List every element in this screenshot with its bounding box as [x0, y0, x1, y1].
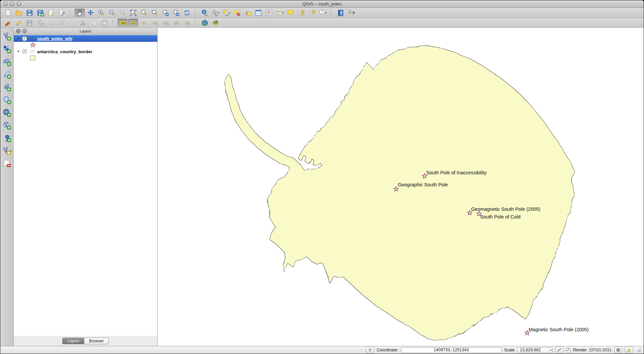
zoom-last-button[interactable]	[160, 9, 170, 17]
show-hide-labels-button: ab	[139, 19, 149, 27]
map-canvas[interactable]: South Pole of InaccessibilityGeographic …	[158, 28, 644, 346]
globe-plugin-button[interactable]	[200, 19, 210, 27]
stop-render-button[interactable]	[555, 347, 563, 353]
svg-text:T: T	[321, 10, 323, 13]
toolbar-separator	[195, 20, 197, 26]
remove-layer-button[interactable]	[2, 158, 12, 168]
composer-manager-button[interactable]	[57, 9, 67, 17]
node-tool-button	[57, 19, 67, 27]
add-wcs-layer-button[interactable]	[2, 107, 12, 117]
text-annotation-button[interactable]: T▾	[317, 9, 328, 17]
add-raster-layer-button[interactable]	[2, 44, 12, 54]
new-bookmark-button[interactable]	[296, 9, 306, 17]
svg-text:i: i	[203, 10, 204, 14]
main-area: ▾ × Layers ▼✓south_poles_wfs▼✓antarctica…	[0, 28, 644, 346]
select-features-button[interactable]: ▾	[221, 9, 231, 17]
layer-labeling-options-button[interactable]: abc	[117, 19, 127, 27]
render-label: Render	[573, 348, 587, 352]
current-edits-button[interactable]	[3, 19, 13, 27]
layer-name[interactable]: south_poles_wfs	[37, 36, 72, 41]
manage-layers-toolbar: ▾	[0, 28, 14, 346]
pin-unpin-labels-button[interactable]: ab	[128, 19, 138, 27]
whats-this-button[interactable]: ?	[346, 9, 356, 17]
tab-layers[interactable]: Layers	[62, 338, 84, 344]
zoom-out-button[interactable]	[107, 9, 117, 17]
refresh-map-button[interactable]	[182, 9, 192, 17]
coordinate-capture-button[interactable]	[366, 347, 374, 353]
qgis-layers-icon	[212, 19, 219, 27]
zoom-full-icon	[129, 9, 137, 17]
coordinate-input[interactable]	[401, 347, 501, 353]
pencil-icon	[15, 19, 23, 27]
panel-title: Layers	[80, 29, 91, 33]
identify-features-button[interactable]: i	[200, 9, 210, 17]
warning-icon	[627, 348, 631, 352]
bubble-icon	[287, 9, 294, 17]
open-attribute-table-button[interactable]	[253, 9, 263, 17]
tab-browser[interactable]: Browser	[84, 338, 109, 344]
new-project-button[interactable]	[3, 9, 13, 17]
dropdown-arrow-icon: ▾	[218, 11, 219, 14]
help-contents-button[interactable]: ?	[336, 9, 346, 17]
add-mssql-layer-button[interactable]	[2, 82, 12, 92]
layer-name[interactable]: antarctica_country_border	[37, 49, 92, 54]
pole-label: Magnetic South Pole (2005)	[529, 327, 589, 332]
close-window-button[interactable]	[3, 2, 8, 6]
zoom-to-layer-button[interactable]	[150, 9, 160, 17]
save-project-button[interactable]	[24, 9, 34, 17]
zoom-in-button[interactable]	[96, 9, 106, 17]
pan-to-selection-button[interactable]	[85, 9, 95, 17]
toggle-editing-button[interactable]	[14, 19, 24, 27]
new-shapefile-layer-button[interactable]: ▾	[2, 146, 12, 156]
pole-star-center	[527, 332, 528, 334]
expand-collapse-icon[interactable]: ▼	[17, 37, 20, 40]
new-print-composer-button[interactable]	[46, 9, 56, 17]
layer-row-south_poles_wfs[interactable]: ▼✓south_poles_wfs	[14, 35, 157, 42]
resize-grip[interactable]	[636, 348, 641, 352]
messages-button[interactable]	[625, 347, 633, 353]
field-calculator-button[interactable]	[264, 9, 274, 17]
main-toolbar: 1:1i▾▾ε▾T▾??	[0, 8, 644, 18]
map-tips-button[interactable]	[285, 9, 295, 17]
delete-sel-icon	[69, 19, 76, 27]
zoom-next-button[interactable]	[171, 9, 181, 17]
minimize-window-button[interactable]	[10, 2, 14, 6]
table-icon	[255, 9, 262, 17]
vector-new-icon	[2, 146, 11, 155]
wcs-plus-icon	[2, 108, 11, 117]
layer-visibility-checkbox[interactable]: ✓	[22, 50, 27, 54]
layer-visibility-checkbox[interactable]: ✓	[22, 36, 27, 41]
zoom-to-selection-button[interactable]	[139, 9, 149, 17]
save-project-as-button[interactable]	[35, 9, 45, 17]
show-bookmarks-button[interactable]	[307, 9, 317, 17]
add-wms-layer-button[interactable]	[2, 95, 12, 105]
zoom-full-extent-button[interactable]	[128, 9, 138, 17]
add-delimited-text-layer-button[interactable]	[2, 133, 12, 143]
layer-tree: ▼✓south_poles_wfs▼✓antarctica_country_bo…	[14, 35, 157, 336]
open-project-button[interactable]	[14, 9, 24, 17]
render-checkbox[interactable]: ✓	[566, 348, 570, 352]
add-wfs-layer-button[interactable]	[2, 120, 12, 130]
zoom-window-button[interactable]	[17, 2, 21, 6]
select-by-expression-button[interactable]: ε	[243, 9, 253, 17]
measure-line-button[interactable]: ▾	[275, 9, 285, 17]
pan-map-button[interactable]	[75, 9, 85, 17]
panel-close-button[interactable]: ×	[16, 29, 20, 33]
tag-change-icon: abc	[172, 19, 180, 27]
layer-row-antarctica_country_border[interactable]: ▼✓antarctica_country_border	[14, 48, 157, 55]
deselect-features-button[interactable]	[232, 9, 242, 17]
layers-panel-header: × Layers	[14, 28, 157, 35]
add-vector-layer-button[interactable]	[2, 31, 12, 41]
star-symbol	[30, 42, 36, 48]
page-wrench-icon	[58, 9, 66, 17]
run-feature-action-button[interactable]: ▾	[210, 9, 220, 17]
chevron-down-icon: ▾	[549, 349, 552, 352]
qgis-plugin-button[interactable]	[210, 19, 220, 27]
svg-text:abc: abc	[153, 22, 157, 24]
scale-combo[interactable]: 13,829,662 ▾	[517, 347, 553, 353]
add-spatialite-layer-button[interactable]	[2, 69, 12, 79]
expand-collapse-icon[interactable]: ▼	[17, 50, 20, 53]
panel-float-button[interactable]	[22, 29, 27, 33]
crs-button[interactable]	[614, 347, 622, 353]
add-postgis-layer-button[interactable]	[2, 57, 12, 67]
